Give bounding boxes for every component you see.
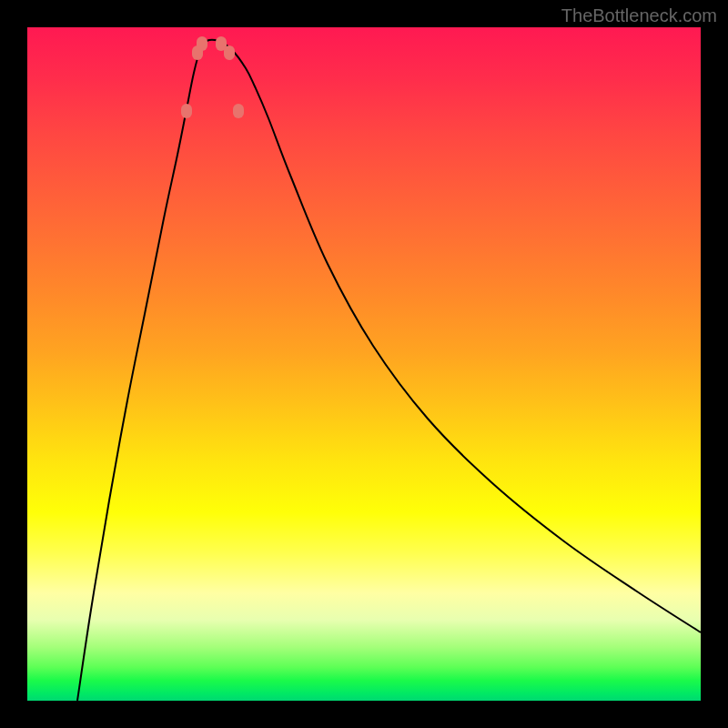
curve-group: [77, 40, 701, 701]
watermark-text: TheBottleneck.com: [561, 5, 717, 26]
markers-group: [181, 36, 244, 118]
curve-marker: [197, 36, 207, 51]
curve-marker: [181, 104, 192, 118]
chart-svg: [27, 27, 701, 701]
chart-plot-area: [27, 27, 701, 701]
bottleneck-curve: [77, 40, 701, 701]
curve-marker: [216, 36, 227, 51]
curve-marker: [233, 104, 244, 118]
